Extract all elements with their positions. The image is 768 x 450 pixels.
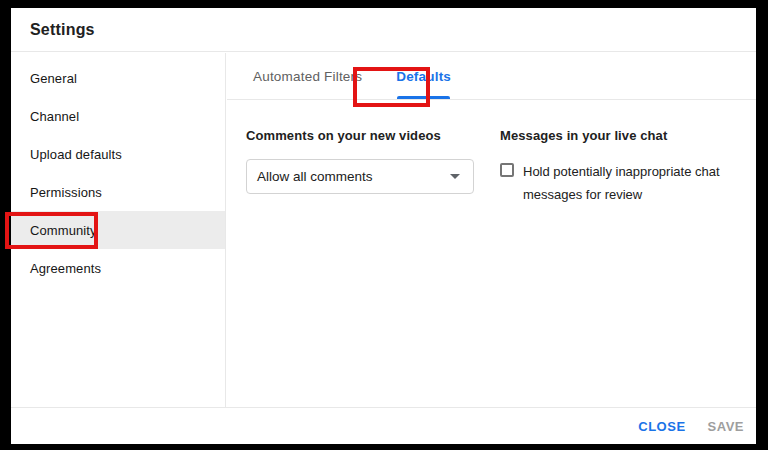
hold-chat-row: Hold potentially inappropriate chat mess…	[500, 160, 756, 206]
save-button[interactable]: SAVE	[708, 419, 744, 434]
live-chat-heading: Messages in your live chat	[500, 128, 756, 143]
close-button[interactable]: CLOSE	[638, 419, 685, 434]
comments-section: Comments on your new videos Allow all co…	[246, 128, 500, 206]
sidebar-item-permissions[interactable]: Permissions	[11, 173, 225, 211]
dropdown-caret-icon	[450, 174, 460, 179]
hold-chat-checkbox[interactable]	[500, 163, 514, 177]
settings-sidebar: General Channel Upload defaults Permissi…	[11, 53, 226, 407]
sidebar-item-general[interactable]: General	[11, 59, 225, 97]
dialog-footer: CLOSE SAVE	[11, 407, 756, 444]
defaults-panel: Comments on your new videos Allow all co…	[227, 100, 756, 206]
live-chat-section: Messages in your live chat Hold potentia…	[500, 128, 756, 206]
dialog-title: Settings	[30, 21, 95, 39]
sidebar-item-upload-defaults[interactable]: Upload defaults	[11, 135, 225, 173]
tab-bar: Automated Filters Defaults	[227, 53, 756, 100]
settings-dialog: Settings General Channel Upload defaults…	[11, 8, 756, 444]
dialog-header: Settings	[11, 8, 756, 52]
hold-chat-label: Hold potentially inappropriate chat mess…	[523, 160, 745, 206]
sidebar-item-agreements[interactable]: Agreements	[11, 249, 225, 287]
tab-defaults[interactable]: Defaults	[396, 53, 451, 99]
sidebar-item-channel[interactable]: Channel	[11, 97, 225, 135]
comments-dropdown[interactable]: Allow all comments	[246, 159, 474, 194]
sidebar-item-community[interactable]: Community	[11, 211, 225, 249]
settings-content: Automated Filters Defaults Comments on y…	[227, 53, 756, 407]
comments-dropdown-value: Allow all comments	[257, 169, 373, 184]
comments-heading: Comments on your new videos	[246, 128, 500, 143]
tab-automated-filters[interactable]: Automated Filters	[253, 53, 362, 99]
